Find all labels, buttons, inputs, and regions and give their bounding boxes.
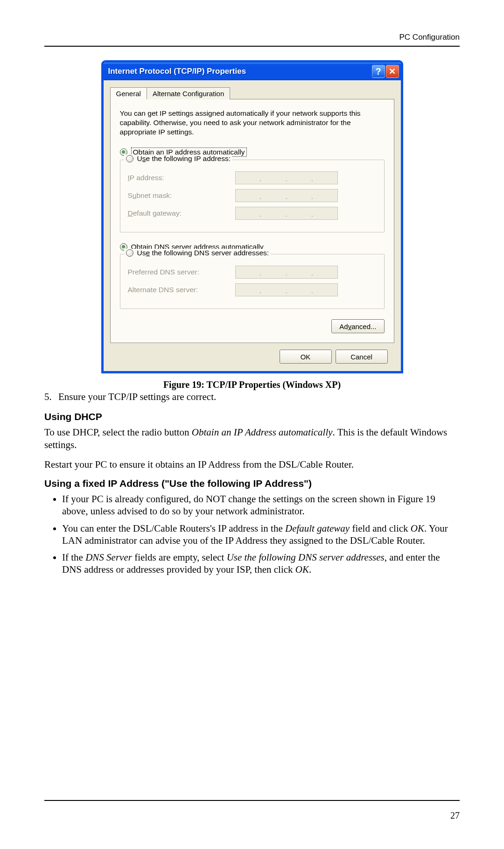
step-5: 5. Ensure your TCP/IP settings are corre…: [44, 391, 460, 403]
radio-use-following-ip[interactable]: Use the following IP address:: [137, 154, 231, 163]
help-icon: ?: [375, 66, 381, 77]
titlebar: Internet Protocol (TCP/IP) Properties ? …: [104, 63, 401, 80]
heading-using-dhcp: Using DHCP: [44, 411, 460, 422]
tab-alternate-config[interactable]: Alternate Configuration: [147, 87, 230, 99]
radio-icon[interactable]: [126, 249, 133, 257]
figure-caption: Figure 19: TCP/IP Properties (Windows XP…: [44, 379, 460, 390]
tab-general[interactable]: General: [110, 87, 147, 99]
cancel-button[interactable]: Cancel: [336, 350, 388, 364]
list-item: If your PC is already configured, do NOT…: [62, 493, 460, 518]
ip-fieldgroup: Use the following IP address: IP address…: [120, 160, 385, 232]
tcpip-dialog: Internet Protocol (TCP/IP) Properties ? …: [102, 61, 403, 373]
heading-fixed-ip: Using a fixed IP Address ("Use the follo…: [44, 478, 460, 489]
list-item: You can enter the DSL/Cable Routers's IP…: [62, 522, 460, 547]
alternate-dns-input[interactable]: ...: [235, 283, 338, 296]
dialog-figure: Internet Protocol (TCP/IP) Properties ? …: [44, 61, 460, 373]
radio-use-following-dns[interactable]: Use the following DNS server addresses:: [137, 249, 269, 257]
advanced-button[interactable]: Advanced...: [331, 319, 384, 333]
tab-panel-general: You can get IP settings assigned automat…: [110, 99, 394, 343]
step-number: 5.: [44, 391, 58, 403]
close-icon: ✕: [389, 66, 396, 77]
window-title: Internet Protocol (TCP/IP) Properties: [108, 67, 371, 76]
list-item: If the DNS Server fields are empty, sele…: [62, 551, 460, 576]
step-text: Ensure your TCP/IP settings are correct.: [58, 391, 216, 403]
radio-icon[interactable]: [126, 155, 133, 162]
default-gateway-input[interactable]: ...: [235, 207, 338, 220]
alternate-dns-label: Alternate DNS server:: [128, 286, 235, 294]
preferred-dns-label: Preferred DNS server:: [128, 268, 235, 276]
subnet-mask-input[interactable]: ...: [235, 189, 338, 202]
paragraph-restart: Restart your PC to ensure it obtains an …: [44, 458, 460, 470]
dns-fieldgroup: Use the following DNS server addresses: …: [120, 254, 385, 309]
description-text: You can get IP settings assigned automat…: [120, 109, 385, 136]
ip-address-input[interactable]: ...: [235, 171, 338, 184]
paragraph-dhcp: To use DHCP, select the radio button Obt…: [44, 426, 460, 451]
default-gateway-label: Default gateway:: [128, 209, 235, 218]
ip-address-label: IP address:: [128, 174, 235, 182]
preferred-dns-input[interactable]: ...: [235, 266, 338, 279]
ok-button[interactable]: OK: [280, 350, 332, 364]
header-rule: [44, 46, 460, 47]
page-number: 27: [450, 810, 460, 821]
close-button[interactable]: ✕: [386, 65, 399, 78]
bullet-list: If your PC is already configured, do NOT…: [44, 493, 460, 576]
footer-rule: [44, 800, 460, 801]
help-button[interactable]: ?: [372, 65, 385, 78]
header-section-label: PC Configuration: [44, 33, 460, 42]
tab-row: General Alternate Configuration: [110, 87, 394, 99]
subnet-mask-label: Subnet mask:: [128, 191, 235, 200]
